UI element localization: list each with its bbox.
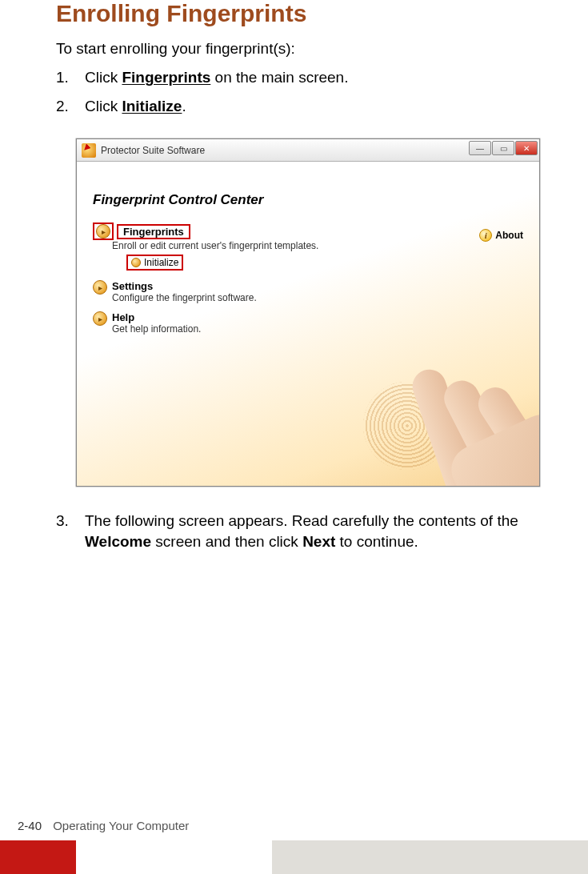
section-name: Operating Your Computer [53,819,189,832]
app-window: Protector Suite Software — ▭ ✕ Fingerpri… [76,138,540,487]
app-heading: Fingerprint Control Center [93,192,523,208]
step-number: 2. [56,96,85,117]
initialize-button[interactable]: Initialize [126,255,183,271]
settings-desc: Configure the fingerprint software. [112,292,257,303]
window-title: Protector Suite Software [101,145,205,156]
help-menu-item[interactable]: ▸ Help Get help information. [93,311,523,335]
step-1: 1. Click Fingerprints on the main screen… [56,67,560,88]
step-text: The following screen appears. Read caref… [85,511,560,551]
page-footer: 2-40 Operating Your Computer [0,819,588,874]
illustration [331,342,539,486]
chevron-icon: ▸ [93,280,107,295]
page-number: 2-40 [18,819,42,832]
title-bar: Protector Suite Software — ▭ ✕ [77,139,539,162]
minimize-button[interactable]: — [469,141,491,155]
footer-bar-grey [272,840,588,874]
step-2: 2. Click Initialize. [56,96,560,117]
step-text: Click Fingerprints on the main screen. [85,67,348,88]
step-text: Click Initialize. [85,96,186,117]
fingerprints-desc: Enroll or edit current user's fingerprin… [112,240,523,251]
about-link[interactable]: i About [479,229,523,242]
settings-menu-item[interactable]: ▸ Settings Configure the fingerprint sof… [93,280,523,303]
settings-title: Settings [112,280,257,292]
info-icon: i [479,229,492,242]
maximize-button[interactable]: ▭ [492,141,514,155]
help-desc: Get help information. [112,323,201,335]
step-3: 3. The following screen appears. Read ca… [56,511,560,551]
intro-text: To start enrolling your fingerprint(s): [56,40,560,58]
chevron-icon: ▸ [96,224,110,239]
page-title: Enrolling Fingerprints [56,0,560,27]
app-icon [82,143,96,158]
footer-bar-red [0,840,76,874]
chevron-icon: ▸ [93,311,107,326]
fingerprints-menu-item[interactable]: ▸ Fingerprints [93,223,523,240]
bullet-icon [131,258,141,267]
step-number: 1. [56,67,85,88]
help-title: Help [112,311,201,323]
fingerprints-title: Fingerprints [117,224,190,239]
step-number: 3. [56,511,85,531]
close-button[interactable]: ✕ [515,141,538,155]
